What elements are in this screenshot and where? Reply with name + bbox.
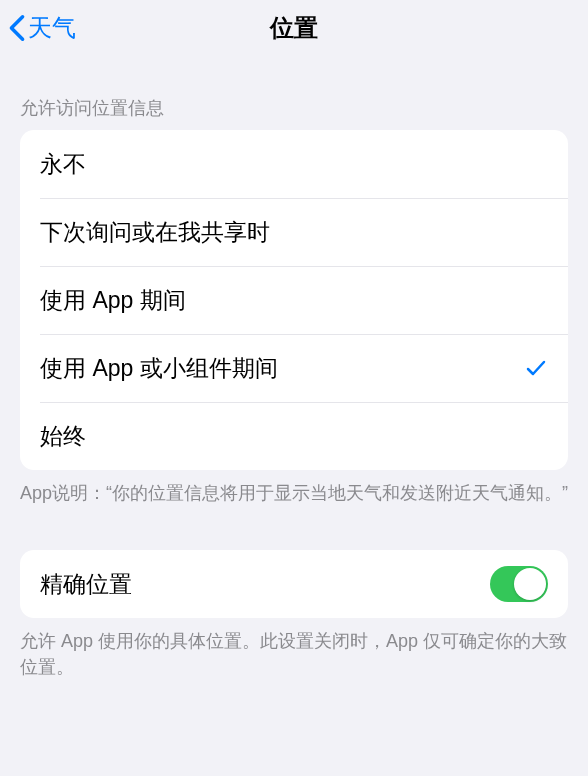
- precise-group: 精确位置: [20, 550, 568, 618]
- precise-location-label: 精确位置: [40, 569, 490, 600]
- access-option-row[interactable]: 永不: [20, 130, 568, 198]
- precise-section-footer: 允许 App 使用你的具体位置。此设置关闭时，App 仅可确定你的大致位置。: [0, 618, 588, 680]
- checkmark-icon: [524, 356, 548, 380]
- page-title: 位置: [270, 12, 318, 44]
- access-option-label: 始终: [40, 421, 548, 452]
- toggle-knob: [514, 568, 546, 600]
- back-label: 天气: [28, 12, 76, 44]
- back-button[interactable]: 天气: [8, 12, 76, 44]
- access-section-header: 允许访问位置信息: [0, 56, 588, 130]
- access-section-footer: App说明：“你的位置信息将用于显示当地天气和发送附近天气通知。”: [0, 470, 588, 506]
- access-option-row[interactable]: 下次询问或在我共享时: [20, 198, 568, 266]
- precise-location-toggle[interactable]: [490, 566, 548, 602]
- access-option-row[interactable]: 使用 App 或小组件期间: [20, 334, 568, 402]
- access-option-label: 使用 App 或小组件期间: [40, 353, 524, 384]
- chevron-left-icon: [8, 14, 26, 42]
- access-option-label: 下次询问或在我共享时: [40, 217, 548, 248]
- access-option-row[interactable]: 使用 App 期间: [20, 266, 568, 334]
- access-option-row[interactable]: 始终: [20, 402, 568, 470]
- navbar: 天气 位置: [0, 0, 588, 56]
- access-options-group: 永不下次询问或在我共享时使用 App 期间使用 App 或小组件期间始终: [20, 130, 568, 470]
- access-option-label: 永不: [40, 149, 548, 180]
- precise-location-row[interactable]: 精确位置: [20, 550, 568, 618]
- access-option-label: 使用 App 期间: [40, 285, 548, 316]
